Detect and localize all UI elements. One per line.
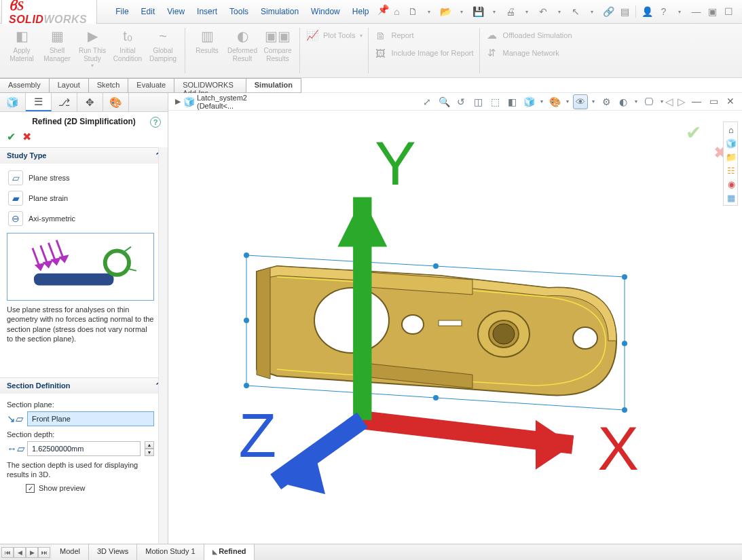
ok-button[interactable]: ✔ [7,130,16,143]
axi-symmetric-option[interactable]: ⊖Axi-symmetric [7,208,154,229]
manage-network-cmd[interactable]: ⇵Manage Network [484,44,574,62]
tab-sketch[interactable]: Sketch [88,78,129,92]
section-depth-input[interactable] [27,441,141,456]
dropdown-caret-icon[interactable]: ▾ [585,4,599,19]
tab-evaluate[interactable]: Evaluate [128,78,174,92]
undo-icon[interactable]: ↶ [536,4,551,19]
open-folder-icon[interactable]: 📂 [438,4,453,19]
tab-addins[interactable]: SOLIDWORKS Add-Ins [174,78,246,92]
panel-scrollbar[interactable] [158,147,168,544]
doc-restore-icon[interactable]: ▭ [707,96,720,108]
dropdown-caret-icon[interactable]: ▾ [552,4,567,19]
select-icon[interactable]: ↖ [568,4,583,19]
dropdown-caret-icon[interactable]: ▾ [487,4,502,19]
edit-appearance-icon[interactable]: 🎨 [547,94,562,109]
refined-tab[interactable]: Refined [204,544,255,560]
compare-results-cmd[interactable]: ▣▣Compare Results [260,26,295,76]
results-cmd[interactable]: ▥Results [189,26,225,76]
menu-edit[interactable]: Edit [135,4,162,19]
breadcrumb[interactable]: ▶ 🧊 Latch_system2 (Default<... [168,94,284,110]
view-settings-icon[interactable]: ⚙ [599,94,614,109]
render-icon[interactable]: ◐ [616,94,631,109]
cancel-button[interactable]: ✖ [22,130,31,143]
dropdown-caret-icon[interactable]: ▾ [672,4,687,19]
report-cmd[interactable]: 🗎Report [373,26,475,44]
home-icon[interactable]: ⌂ [389,4,404,19]
apply-material-cmd[interactable]: ◧Apply Material [4,26,39,76]
hide-show-icon[interactable]: 🧊 [521,94,536,109]
menu-help[interactable]: Help [346,4,375,19]
tab-nav-first-icon[interactable]: ⏮ [1,547,14,558]
pin-menu-icon[interactable]: 📌 [377,4,389,19]
window-close-icon[interactable]: ✕ [737,4,742,19]
tab-simulation[interactable]: Simulation [246,78,301,92]
pane-left-icon[interactable]: ◁ [665,96,673,108]
deformed-result-cmd[interactable]: ◐Deformed Result [225,26,260,76]
save-icon[interactable]: 💾 [470,4,485,19]
show-preview-checkbox[interactable]: ✓ Show preview [7,480,154,493]
graphics-viewport[interactable]: ✔ ✖ ⌂ 🧊 📁 ☷ ◉ ▦ [168,111,742,544]
depth-spinner[interactable]: ▲▼ [145,441,154,456]
model-tab[interactable]: Model [52,544,89,560]
title-quick-access: ⌂ 🗋▾ 📂▾ 💾▾ 🖨▾ ↶▾ ↖▾ 🔗 ▤ 👤 ?▾ — ▣ ☐ ✕ [389,4,742,19]
section-plane-input[interactable] [27,411,154,426]
help-icon[interactable]: ? [656,4,671,19]
menu-window[interactable]: Window [305,4,346,19]
property-manager-tab[interactable]: ☰ [26,93,52,111]
screen-icon[interactable]: 🖵 [642,94,656,109]
section-view-icon[interactable]: ◫ [470,94,485,109]
menu-file[interactable]: File [109,4,134,19]
help-icon[interactable]: ? [150,117,161,128]
rebuild-icon[interactable]: ▤ [617,4,632,19]
plot-tools-cmd[interactable]: 📈Plot Tools▾ [304,26,364,44]
study-type-header[interactable]: Study Type⌃ [0,148,168,164]
shell-manager-cmd[interactable]: ▦Shell Manager [39,26,75,76]
include-image-cmd[interactable]: 🖼Include Image for Report [373,44,475,62]
pane-right-icon[interactable]: ▷ [678,96,686,108]
3d-views-tab[interactable]: 3D Views [89,544,137,560]
display-style-icon[interactable]: ◧ [504,94,519,109]
window-restore-icon[interactable]: ▣ [705,4,720,19]
tab-assembly[interactable]: Assembly [0,78,50,92]
initial-condition-cmd[interactable]: t₀Initial Condition [110,26,145,76]
prop-title: Refined (2D Simplification) ? [0,112,168,129]
display-manager-tab[interactable]: 🎨 [103,93,129,111]
print-icon[interactable]: 🖨 [503,4,518,19]
window-maximize-icon[interactable]: ☐ [721,4,736,19]
feature-manager-tab[interactable]: 🧊 [0,93,26,111]
zoom-fit-icon[interactable]: ⤢ [420,94,434,109]
window-minimize-icon[interactable]: — [688,4,703,19]
menu-view[interactable]: View [161,4,191,19]
link-icon[interactable]: 🔗 [601,4,616,19]
plane-stress-option[interactable]: ▱Plane stress [7,168,154,188]
apply-scene-icon[interactable]: 👁 [573,94,588,109]
config-manager-tab[interactable]: ⎇ [52,93,77,111]
offloaded-sim-cmd[interactable]: ☁Offloaded Simulation [484,26,574,44]
menu-simulation[interactable]: Simulation [255,4,305,19]
plane-stress-icon: ▱ [8,170,23,185]
section-def-header[interactable]: Section Definition⌃ [0,378,168,394]
motion-study-tab[interactable]: Motion Study 1 [137,544,204,560]
tab-nav-last-icon[interactable]: ⏭ [38,547,50,558]
previous-view-icon[interactable]: ↺ [453,94,468,109]
zoom-area-icon[interactable]: 🔍 [437,94,451,109]
dimxpert-tab[interactable]: ✥ [77,93,103,111]
menu-tools[interactable]: Tools [223,4,255,19]
tab-nav-prev-icon[interactable]: ◀ [14,547,26,558]
user-icon[interactable]: 👤 [639,4,654,19]
tab-layout[interactable]: Layout [49,78,89,92]
view-orientation-icon[interactable]: ⬚ [487,94,502,109]
doc-close-icon[interactable]: ✕ [724,96,737,108]
tab-nav-next-icon[interactable]: ▶ [26,547,38,558]
doc-minimize-icon[interactable]: — [690,96,703,108]
breadcrumb-expand-icon[interactable]: ▶ [175,97,181,106]
menu-insert[interactable]: Insert [191,4,223,19]
orientation-triad[interactable]: X Y Z [168,111,742,544]
run-this-study-cmd[interactable]: ▶Run This Study▾ [75,26,110,76]
plane-strain-option[interactable]: ▰Plane strain [7,188,154,208]
dropdown-caret-icon[interactable]: ▾ [454,4,469,19]
global-damping-cmd[interactable]: ~Global Damping [145,26,181,76]
new-doc-icon[interactable]: 🗋 [405,4,420,19]
dropdown-caret-icon[interactable]: ▾ [422,4,437,19]
dropdown-caret-icon[interactable]: ▾ [519,4,534,19]
